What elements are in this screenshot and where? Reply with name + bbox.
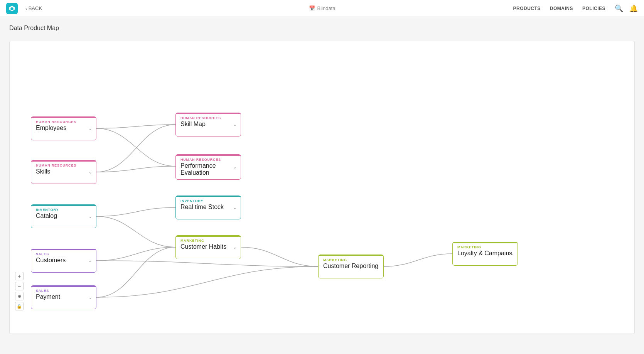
node-domain-label: INVENTORY bbox=[36, 208, 91, 212]
connection-sales-payment-to-mkt-reporting bbox=[96, 266, 318, 297]
node-title-label: Customers bbox=[36, 257, 91, 264]
node-domain-label: MARKETING bbox=[180, 239, 236, 243]
app-title: Blindata bbox=[317, 5, 335, 11]
node-domain-label: HUMAN RESOURCES bbox=[180, 158, 236, 162]
connection-sales-customers-to-mkt-reporting bbox=[96, 261, 318, 266]
node-header-bar bbox=[176, 236, 241, 237]
topbar-icons: 🔍 🔔 bbox=[615, 4, 638, 13]
node-chevron-icon[interactable]: ⌄ bbox=[233, 122, 237, 127]
node-hr-skills[interactable]: HUMAN RESOURCES Skills ⌄ bbox=[31, 160, 96, 184]
node-header-bar bbox=[31, 160, 96, 162]
node-hr-skillmap[interactable]: HUMAN RESOURCES Skill Map ⌄ bbox=[175, 113, 241, 137]
node-title-label: Loyalty & Campains bbox=[457, 250, 513, 257]
node-domain-label: MARKETING bbox=[457, 245, 513, 249]
notification-icon[interactable]: 🔔 bbox=[629, 4, 638, 13]
node-chevron-icon[interactable]: ⌄ bbox=[88, 258, 92, 263]
connection-inv-catalog-to-inv-stock bbox=[96, 207, 175, 216]
zoom-out-button[interactable]: − bbox=[15, 282, 24, 290]
connectors-svg bbox=[10, 41, 634, 334]
node-title-label: Employees bbox=[36, 125, 91, 131]
node-header-bar bbox=[31, 117, 96, 118]
main-content: Data Product Map HUMAN RESOURCES Employe… bbox=[0, 17, 644, 354]
node-sales-customers[interactable]: SALES Customers ⌄ bbox=[31, 249, 96, 273]
node-chevron-icon[interactable]: ⌄ bbox=[88, 295, 92, 300]
topbar-title: 📅 Blindata bbox=[309, 5, 335, 11]
zoom-controls: + − ⊕ 🔒 bbox=[15, 272, 24, 310]
node-title-label: Customer Reporting bbox=[323, 263, 379, 270]
topbar: ‹ BACK 📅 Blindata PRODUCTS DOMAINS POLIC… bbox=[0, 0, 644, 17]
app-logo[interactable] bbox=[6, 3, 18, 14]
node-mkt-reporting[interactable]: MARKETING Customer Reporting ⌄ bbox=[318, 255, 384, 278]
page-title: Data Product Map bbox=[9, 25, 635, 32]
node-chevron-icon[interactable]: ⌄ bbox=[233, 205, 237, 210]
node-title-label: Catalog bbox=[36, 212, 91, 219]
node-domain-label: INVENTORY bbox=[180, 199, 236, 203]
node-header-bar bbox=[319, 255, 383, 256]
node-sales-payment[interactable]: SALES Payment ⌄ bbox=[31, 285, 96, 309]
zoom-lock-button[interactable]: 🔒 bbox=[15, 302, 24, 310]
node-title-label: Customer Habits bbox=[180, 243, 236, 250]
node-title-label: Performance Evaluation bbox=[180, 162, 236, 176]
node-domain-label: HUMAN RESOURCES bbox=[36, 120, 91, 124]
node-header-bar bbox=[176, 155, 241, 156]
node-chevron-icon[interactable]: ⌄ bbox=[233, 244, 237, 250]
top-nav: PRODUCTS DOMAINS POLICIES bbox=[513, 6, 605, 11]
node-title-label: Skill Map bbox=[180, 121, 236, 128]
node-title-label: Payment bbox=[36, 293, 91, 300]
node-domain-label: SALES bbox=[36, 252, 91, 256]
back-button[interactable]: ‹ BACK bbox=[25, 5, 42, 11]
zoom-in-button[interactable]: + bbox=[15, 272, 24, 280]
node-chevron-icon[interactable]: ⌄ bbox=[88, 126, 92, 131]
zoom-fit-button[interactable]: ⊕ bbox=[15, 292, 24, 300]
node-chevron-icon[interactable]: ⌄ bbox=[376, 264, 379, 269]
node-header-bar bbox=[176, 113, 241, 114]
node-title-label: Skills bbox=[36, 168, 91, 175]
data-product-map-canvas[interactable]: HUMAN RESOURCES Employees ⌄ HUMAN RESOUR… bbox=[9, 41, 635, 334]
connection-sales-payment-to-mkt-habits bbox=[96, 247, 175, 297]
connection-mkt-reporting-to-mkt-loyalty bbox=[384, 254, 452, 266]
node-domain-label: MARKETING bbox=[323, 258, 379, 262]
nav-policies[interactable]: POLICIES bbox=[582, 6, 605, 11]
connection-sales-customers-to-mkt-habits bbox=[96, 247, 175, 261]
node-title-label: Real time Stock bbox=[180, 204, 236, 211]
connection-inv-catalog-to-mkt-habits bbox=[96, 216, 175, 247]
node-inv-catalog[interactable]: INVENTORY Catalog ⌄ bbox=[31, 204, 96, 228]
node-header-bar bbox=[176, 196, 241, 197]
back-label: BACK bbox=[29, 5, 42, 11]
node-hr-perf[interactable]: HUMAN RESOURCES Performance Evaluation ⌄ bbox=[175, 154, 241, 180]
node-header-bar bbox=[453, 242, 518, 243]
node-domain-label: HUMAN RESOURCES bbox=[180, 116, 236, 120]
connection-hr-skills-to-hr-perf bbox=[96, 166, 175, 172]
database-icon: 📅 bbox=[309, 5, 315, 11]
node-chevron-icon[interactable]: ⌄ bbox=[88, 169, 92, 175]
node-header-bar bbox=[31, 286, 96, 287]
node-inv-stock[interactable]: INVENTORY Real time Stock ⌄ bbox=[175, 196, 241, 219]
node-mkt-loyalty[interactable]: MARKETING Loyalty & Campains ⌄ bbox=[452, 242, 518, 266]
connection-hr-employees-to-hr-skillmap bbox=[96, 125, 175, 128]
node-hr-employees[interactable]: HUMAN RESOURCES Employees ⌄ bbox=[31, 116, 96, 140]
node-chevron-icon[interactable]: ⌄ bbox=[510, 251, 514, 256]
connection-hr-employees-to-hr-perf bbox=[96, 128, 175, 166]
topbar-right: PRODUCTS DOMAINS POLICIES 🔍 🔔 bbox=[513, 4, 638, 13]
node-chevron-icon[interactable]: ⌄ bbox=[88, 214, 92, 219]
back-arrow-icon: ‹ bbox=[25, 6, 27, 11]
nav-domains[interactable]: DOMAINS bbox=[550, 6, 573, 11]
nav-products[interactable]: PRODUCTS bbox=[513, 6, 540, 11]
node-domain-label: HUMAN RESOURCES bbox=[36, 164, 91, 167]
node-header-bar bbox=[31, 205, 96, 206]
node-chevron-icon[interactable]: ⌄ bbox=[233, 164, 237, 170]
node-domain-label: SALES bbox=[36, 289, 91, 293]
connection-mkt-habits-to-mkt-reporting bbox=[241, 247, 318, 266]
node-header-bar bbox=[31, 249, 96, 250]
connection-hr-skills-to-hr-skillmap bbox=[96, 125, 175, 172]
search-icon[interactable]: 🔍 bbox=[615, 4, 623, 13]
node-mkt-habits[interactable]: MARKETING Customer Habits ⌄ bbox=[175, 235, 241, 259]
